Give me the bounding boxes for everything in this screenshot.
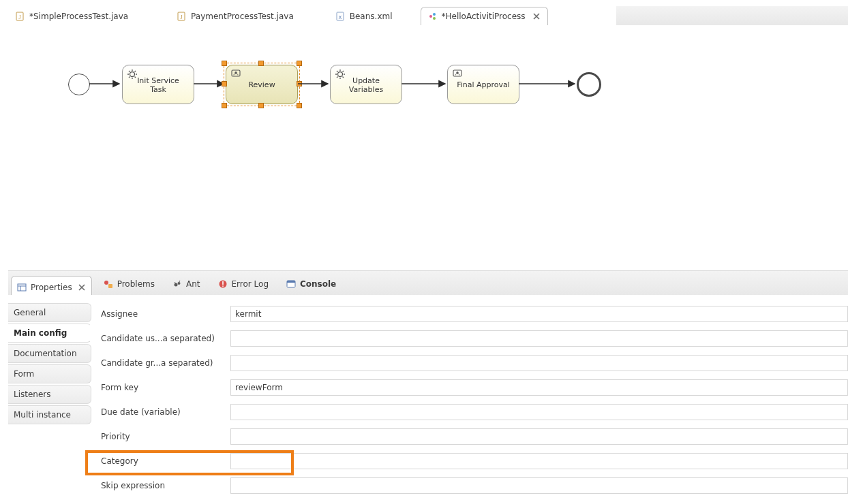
field-label: Form key — [101, 383, 230, 392]
task-review[interactable]: Review — [226, 65, 298, 104]
properties-form: Assignee Candidate us...a separated) Can… — [91, 295, 848, 504]
xml-file-icon: X — [336, 12, 346, 21]
svg-point-8 — [433, 17, 436, 20]
view-tab-console[interactable]: Console — [280, 274, 342, 293]
selection-handle[interactable] — [297, 61, 302, 66]
editor-tab-simpleprocesstest[interactable]: J *SimpleProcessTest.java — [8, 7, 136, 25]
form-row-assignee: Assignee — [101, 302, 848, 326]
field-label: Due date (variable) — [101, 407, 230, 417]
due-date-input[interactable] — [230, 404, 848, 420]
java-file-icon: J — [16, 12, 25, 21]
skip-expression-input[interactable] — [230, 477, 848, 494]
sequence-flow[interactable] — [89, 80, 125, 89]
side-tab-label: Multi instance — [14, 410, 71, 420]
editor-tab-helloactiviti[interactable]: *HelloActivitiProcess — [421, 7, 548, 25]
form-row-candidate-users: Candidate us...a separated) — [101, 326, 848, 351]
svg-rect-40 — [108, 284, 112, 288]
tabstrip-overflow — [616, 6, 848, 26]
priority-input[interactable] — [230, 428, 848, 445]
field-label: Skip expression — [101, 481, 230, 490]
editor-tab-paymentprocesstest[interactable]: J PaymentProcessTest.java — [170, 7, 301, 25]
properties-icon — [17, 283, 27, 292]
ant-icon — [172, 279, 182, 289]
view-tab-label: Problems — [117, 279, 155, 289]
properties-side-tabs: General Main config Documentation Form L… — [8, 295, 91, 504]
side-tab-listeners[interactable]: Listeners — [8, 385, 91, 404]
task-init-service[interactable]: Init Service Task — [122, 65, 194, 104]
sequence-flow[interactable] — [519, 80, 580, 89]
editor-tab-label: *HelloActivitiProcess — [442, 12, 526, 21]
user-icon — [452, 69, 463, 80]
form-row-form-key: Form key — [101, 375, 848, 400]
editor-tab-beansxml[interactable]: X Beans.xml — [329, 7, 400, 25]
views-tabstrip: Properties Problems Ant Error Log Consol… — [8, 270, 848, 296]
bpmn-canvas[interactable]: Init Service Task Review Update Variable… — [8, 25, 848, 268]
view-tab-label: Properties — [31, 283, 72, 292]
selection-handle[interactable] — [258, 103, 264, 108]
side-tab-multi-instance[interactable]: Multi instance — [8, 405, 91, 424]
side-tab-label: Documentation — [14, 349, 77, 358]
form-row-category: Category — [101, 449, 848, 473]
svg-rect-46 — [222, 281, 224, 285]
problems-icon — [104, 279, 113, 289]
sequence-flow[interactable] — [402, 80, 451, 89]
form-row-due-date: Due date (variable) — [101, 400, 848, 424]
form-row-skip-expression: Skip expression — [101, 473, 848, 498]
end-event[interactable] — [577, 72, 601, 97]
side-tab-label: Form — [14, 369, 34, 379]
svg-text:X: X — [338, 15, 342, 20]
svg-line-28 — [337, 71, 338, 72]
field-label: Candidate gr...a separated) — [101, 358, 230, 368]
selection-handle[interactable] — [222, 61, 227, 66]
view-tab-problems[interactable]: Problems — [97, 274, 161, 293]
activiti-file-icon — [428, 12, 438, 21]
svg-point-41 — [174, 283, 177, 286]
selection-handle[interactable] — [222, 81, 227, 86]
task-update-variables[interactable]: Update Variables — [330, 65, 402, 104]
start-event[interactable] — [68, 74, 90, 95]
candidate-users-input[interactable] — [230, 330, 848, 347]
selection-handle[interactable] — [297, 103, 302, 108]
task-label: Review — [226, 80, 297, 89]
task-label: Final Approval — [448, 80, 519, 89]
task-final-approval[interactable]: Final Approval — [447, 65, 519, 104]
view-tab-label: Ant — [186, 279, 200, 289]
field-label: Candidate us...a separated) — [101, 334, 230, 343]
svg-line-44 — [179, 281, 180, 283]
close-icon[interactable] — [532, 12, 541, 20]
side-tab-label: General — [14, 308, 46, 317]
svg-point-42 — [177, 282, 180, 285]
editor-tab-label: PaymentProcessTest.java — [191, 12, 294, 21]
editor-tab-label: Beans.xml — [350, 12, 393, 21]
svg-line-43 — [175, 282, 176, 283]
side-tab-label: Main config — [14, 328, 67, 338]
svg-line-31 — [343, 71, 344, 72]
side-tab-documentation[interactable]: Documentation — [8, 344, 91, 363]
task-label: Init Service Task — [123, 76, 194, 94]
svg-line-15 — [129, 71, 130, 72]
side-tab-main-config[interactable]: Main config — [8, 324, 91, 343]
task-label: Update Variables — [331, 76, 402, 94]
sequence-flow[interactable] — [298, 80, 333, 89]
view-tab-errorlog[interactable]: Error Log — [212, 274, 275, 293]
errorlog-icon — [218, 279, 228, 289]
console-icon — [286, 279, 296, 289]
svg-point-7 — [433, 13, 436, 16]
candidate-groups-input[interactable] — [230, 355, 848, 371]
view-tab-ant[interactable]: Ant — [166, 274, 207, 293]
side-tab-general[interactable]: General — [8, 303, 91, 322]
selection-handle[interactable] — [222, 103, 227, 108]
assignee-input[interactable] — [230, 306, 848, 322]
form-key-input[interactable] — [230, 379, 848, 396]
svg-rect-36 — [18, 284, 26, 291]
close-icon[interactable] — [78, 283, 86, 292]
field-label: Assignee — [101, 309, 230, 319]
form-row-priority: Priority — [101, 424, 848, 449]
views-area: Properties Problems Ant Error Log Consol… — [8, 270, 848, 296]
category-input[interactable] — [230, 453, 848, 469]
side-tab-form[interactable]: Form — [8, 364, 91, 383]
selection-handle[interactable] — [258, 61, 264, 66]
svg-text:J: J — [181, 14, 183, 20]
svg-point-6 — [429, 15, 432, 18]
svg-line-18 — [135, 71, 136, 72]
